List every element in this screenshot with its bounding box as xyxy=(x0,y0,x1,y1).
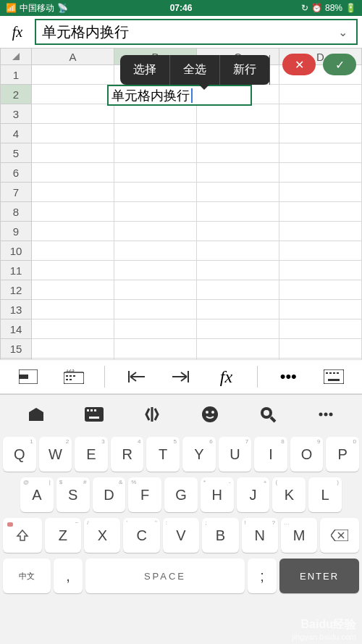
cell-A12[interactable] xyxy=(32,280,114,300)
cell-A8[interactable] xyxy=(32,202,114,222)
key-backspace[interactable] xyxy=(320,518,359,553)
cell-A2[interactable] xyxy=(32,85,114,104)
key-e[interactable]: E3 xyxy=(75,437,108,472)
cell-B15[interactable] xyxy=(114,339,197,359)
row-header-15[interactable]: 15 xyxy=(0,339,32,359)
formula-expand-icon[interactable]: ⌄ xyxy=(335,25,350,39)
cell-C11[interactable] xyxy=(197,261,279,280)
keyboard-toggle-icon[interactable] xyxy=(319,362,348,391)
row-header-10[interactable]: 10 xyxy=(0,241,32,261)
cell-B4[interactable] xyxy=(114,124,197,143)
cell-A4[interactable] xyxy=(32,124,114,143)
key-shift[interactable] xyxy=(3,518,42,553)
cell-B13[interactable] xyxy=(114,300,197,319)
cell-A1[interactable] xyxy=(32,65,114,85)
select-all-corner[interactable] xyxy=(0,48,32,65)
cell-A7[interactable] xyxy=(32,183,114,202)
confirm-button[interactable]: ✓ xyxy=(323,54,356,75)
key-space[interactable]: SPACE xyxy=(85,559,245,593)
formula-input-container[interactable]: ⌄ xyxy=(35,19,358,45)
key-u[interactable]: U7 xyxy=(219,437,252,472)
row-header-14[interactable]: 14 xyxy=(0,319,32,339)
row-header-8[interactable]: 8 xyxy=(0,202,32,222)
key-enter[interactable]: ENTER xyxy=(279,559,359,593)
key-t[interactable]: T5 xyxy=(146,437,180,472)
row-header-11[interactable]: 11 xyxy=(0,261,32,280)
key-l[interactable]: L) xyxy=(308,477,342,512)
key-a[interactable]: @A| xyxy=(20,477,54,512)
cell-A15[interactable] xyxy=(32,339,114,359)
cell-B12[interactable] xyxy=(114,280,197,300)
cell-A14[interactable] xyxy=(32,319,114,339)
key-g[interactable]: G xyxy=(164,477,198,512)
key-o[interactable]: O9 xyxy=(290,437,324,472)
next-cell-icon[interactable] xyxy=(167,362,195,391)
key-y[interactable]: Y6 xyxy=(182,437,216,472)
key-z[interactable]: Z~ xyxy=(45,518,81,553)
cell-D3[interactable] xyxy=(279,104,362,124)
cell-C5[interactable] xyxy=(197,143,279,163)
cell-B9[interactable] xyxy=(114,222,197,241)
cell-C14[interactable] xyxy=(197,319,279,339)
cell-A13[interactable] xyxy=(32,300,114,319)
key-comma[interactable]: , xyxy=(54,559,83,593)
kb-more-icon[interactable] xyxy=(311,400,340,429)
key-h[interactable]: *H- xyxy=(201,477,234,512)
cell-C7[interactable] xyxy=(197,183,279,202)
key-c[interactable]: 'C" xyxy=(123,518,159,553)
key-b[interactable]: ;B xyxy=(202,518,238,553)
key-language[interactable]: 中文 xyxy=(3,559,51,593)
context-select[interactable]: 选择 xyxy=(120,55,170,85)
cell-B8[interactable] xyxy=(114,202,197,222)
key-m[interactable]: …M xyxy=(281,518,317,553)
cancel-button[interactable]: ✕ xyxy=(282,54,316,75)
kb-cursor-icon[interactable] xyxy=(138,400,167,429)
key-k[interactable]: (K xyxy=(272,477,306,512)
cell-B6[interactable] xyxy=(114,163,197,183)
key-f[interactable]: %F xyxy=(128,477,161,512)
key-s[interactable]: $S# xyxy=(56,477,90,512)
cell-B7[interactable] xyxy=(114,183,197,202)
row-header-12[interactable]: 12 xyxy=(0,280,32,300)
key-p[interactable]: P0 xyxy=(326,437,359,472)
spreadsheet-grid[interactable]: A B C D 12345678910111213141516 单元格内换行 xyxy=(0,48,362,359)
cell-C9[interactable] xyxy=(197,222,279,241)
number-keyboard-icon[interactable]: 123 xyxy=(59,362,88,391)
cell-C10[interactable] xyxy=(197,241,279,261)
key-n[interactable]: !N? xyxy=(242,518,278,553)
cell-A9[interactable] xyxy=(32,222,114,241)
cell-D4[interactable] xyxy=(279,124,362,143)
cell-C8[interactable] xyxy=(197,202,279,222)
key-q[interactable]: Q1 xyxy=(3,437,36,472)
cell-D10[interactable] xyxy=(279,241,362,261)
context-new-line[interactable]: 新行 xyxy=(220,55,270,85)
active-cell[interactable]: 单元格内换行 xyxy=(107,85,252,106)
cell-D8[interactable] xyxy=(279,202,362,222)
cell-B10[interactable] xyxy=(114,241,197,261)
row-header-6[interactable]: 6 xyxy=(0,163,32,183)
cell-C3[interactable] xyxy=(197,104,279,124)
cell-D2[interactable] xyxy=(279,85,362,104)
row-header-9[interactable]: 9 xyxy=(0,222,32,241)
cell-D15[interactable] xyxy=(279,339,362,359)
cell-D5[interactable] xyxy=(279,143,362,163)
cell-A6[interactable] xyxy=(32,163,114,183)
cell-D13[interactable] xyxy=(279,300,362,319)
prev-cell-icon[interactable] xyxy=(122,362,151,391)
key-d[interactable]: D& xyxy=(93,477,126,512)
cell-B5[interactable] xyxy=(114,143,197,163)
cell-C6[interactable] xyxy=(197,163,279,183)
cell-D6[interactable] xyxy=(279,163,362,183)
cell-A11[interactable] xyxy=(32,261,114,280)
context-select-all[interactable]: 全选 xyxy=(170,55,220,85)
kb-layout-icon[interactable] xyxy=(80,400,109,429)
row-header-2[interactable]: 2 xyxy=(0,85,32,104)
key-j[interactable]: J+ xyxy=(237,477,270,512)
insert-function-icon[interactable]: fx xyxy=(211,362,240,391)
row-header-13[interactable]: 13 xyxy=(0,300,32,319)
row-header-5[interactable]: 5 xyxy=(0,143,32,163)
cell-D9[interactable] xyxy=(279,222,362,241)
cell-B3[interactable] xyxy=(114,104,197,124)
key-w[interactable]: W2 xyxy=(39,437,72,472)
cell-B14[interactable] xyxy=(114,319,197,339)
